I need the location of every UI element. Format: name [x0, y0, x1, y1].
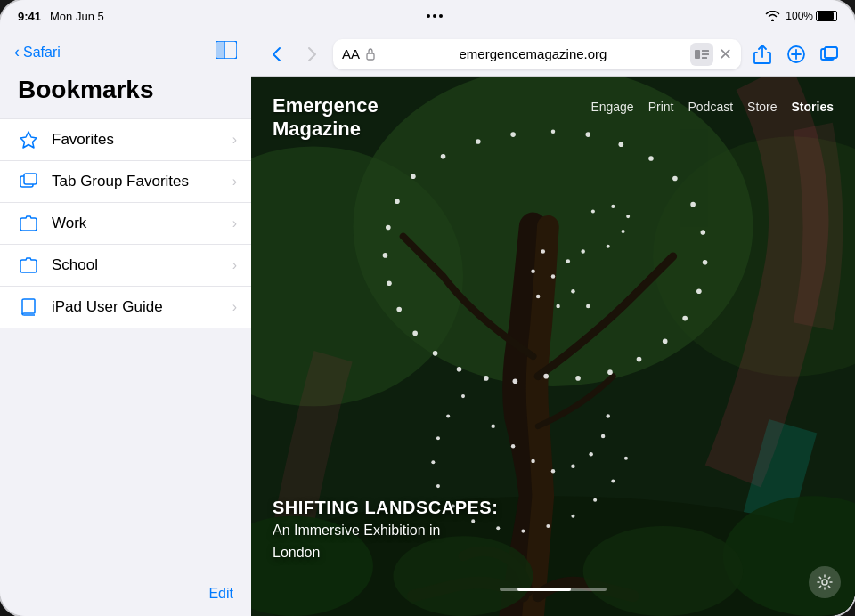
- svg-point-85: [521, 530, 525, 533]
- svg-point-35: [690, 202, 696, 207]
- bookmark-list: Favorites › Tab Group Favorites ›: [0, 118, 251, 571]
- bookmark-item-favorites[interactable]: Favorites ›: [0, 118, 251, 161]
- svg-point-66: [626, 215, 630, 218]
- school-chevron-icon: ›: [232, 257, 237, 273]
- svg-point-50: [556, 304, 559, 308]
- back-chevron-icon: ‹: [14, 43, 20, 61]
- svg-point-72: [551, 469, 555, 473]
- new-tab-button[interactable]: [782, 40, 810, 69]
- svg-point-53: [542, 249, 545, 253]
- svg-rect-8: [702, 50, 709, 52]
- scroll-thumb: [517, 588, 571, 591]
- svg-point-67: [611, 205, 615, 208]
- tab-group-label: Tab Group Favorites: [52, 173, 232, 190]
- svg-point-46: [566, 259, 570, 263]
- svg-point-91: [822, 580, 827, 585]
- sidebar-toggle-icon: [216, 41, 237, 59]
- svg-point-60: [387, 280, 392, 286]
- share-button[interactable]: [748, 40, 777, 69]
- work-chevron-icon: ›: [232, 215, 237, 231]
- svg-point-61: [383, 253, 388, 258]
- work-label: Work: [52, 215, 232, 232]
- dot3: [439, 14, 443, 18]
- nav-stories[interactable]: Stories: [792, 100, 834, 114]
- magazine-title-line1: Emergence: [273, 94, 379, 118]
- status-right: 100%: [765, 10, 837, 22]
- nav-engage[interactable]: Engage: [590, 100, 633, 114]
- svg-point-33: [648, 156, 654, 161]
- svg-point-79: [436, 436, 440, 440]
- svg-point-64: [607, 245, 610, 248]
- svg-point-63: [395, 199, 400, 204]
- back-to-safari[interactable]: ‹ Safari: [14, 43, 61, 61]
- address-bar[interactable]: AA emergencemagazine.org: [333, 39, 741, 69]
- lock-icon: [365, 48, 376, 61]
- svg-point-77: [461, 394, 465, 398]
- nav-store[interactable]: Store: [747, 100, 777, 114]
- svg-point-88: [593, 498, 597, 502]
- magazine-footer: SHIFTING LANDSCAPES: An Immersive Exhibi…: [273, 496, 498, 563]
- tab-group-icon: [18, 171, 39, 192]
- back-label: Safari: [23, 45, 61, 61]
- sidebar: ‹ Safari Bookmarks: [0, 32, 251, 616]
- svg-point-39: [682, 316, 688, 321]
- bookmark-item-school[interactable]: School ›: [0, 245, 251, 287]
- bookmarks-title: Bookmarks: [0, 72, 251, 118]
- svg-rect-0: [216, 41, 224, 59]
- school-folder-icon: [18, 255, 39, 276]
- forward-button[interactable]: [297, 40, 326, 69]
- svg-point-54: [513, 378, 518, 384]
- svg-point-25: [583, 526, 744, 616]
- nav-print[interactable]: Print: [648, 100, 674, 114]
- svg-point-58: [412, 331, 418, 336]
- svg-point-40: [663, 339, 668, 344]
- ipad-guide-label: iPad User Guide: [52, 298, 232, 316]
- svg-point-49: [586, 304, 590, 308]
- bookmark-item-tab-group[interactable]: Tab Group Favorites ›: [0, 161, 251, 203]
- svg-point-51: [536, 295, 540, 298]
- svg-point-43: [575, 376, 581, 381]
- back-button[interactable]: [262, 40, 290, 69]
- status-time: 9:41: [18, 10, 41, 23]
- book-icon: [18, 296, 39, 318]
- edit-button[interactable]: Edit: [208, 586, 233, 602]
- favorites-icon: [18, 129, 39, 150]
- svg-rect-6: [367, 53, 374, 60]
- svg-point-27: [441, 154, 446, 159]
- sidebar-footer: Edit: [0, 571, 251, 616]
- magazine-header: Emergence Magazine Engage Print Podcast …: [251, 77, 855, 142]
- main-area: ‹ Safari Bookmarks: [0, 32, 855, 616]
- reader-view-button[interactable]: [690, 43, 713, 66]
- svg-point-81: [436, 484, 440, 488]
- scroll-indicator: [500, 588, 607, 591]
- reader-mode-aa[interactable]: AA: [342, 46, 360, 61]
- article-subheadline-2: London: [273, 543, 498, 563]
- bookmark-item-work[interactable]: Work ›: [0, 203, 251, 245]
- battery-percent: 100%: [786, 10, 813, 22]
- svg-point-65: [622, 230, 625, 233]
- svg-point-37: [703, 260, 708, 265]
- svg-point-89: [611, 479, 615, 482]
- dot1: [427, 14, 430, 18]
- svg-point-68: [591, 209, 595, 213]
- browser-toolbar: AA emergencemagazine.org: [251, 32, 855, 77]
- svg-rect-15: [825, 47, 837, 58]
- settings-circle-button[interactable]: [809, 566, 841, 598]
- stop-loading-button[interactable]: ✕: [719, 45, 732, 64]
- svg-point-80: [431, 460, 435, 464]
- sidebar-toggle-button[interactable]: [216, 41, 237, 63]
- school-label: School: [52, 256, 232, 274]
- svg-rect-9: [702, 53, 709, 55]
- svg-point-42: [607, 369, 613, 375]
- nav-podcast[interactable]: Podcast: [688, 100, 733, 114]
- svg-point-75: [601, 434, 605, 438]
- tabs-button[interactable]: [816, 40, 844, 69]
- sidebar-nav: ‹ Safari: [0, 32, 251, 72]
- bookmark-item-ipad-guide[interactable]: iPad User Guide ›: [0, 287, 251, 328]
- magazine-title-line2: Magazine: [273, 118, 379, 141]
- svg-point-44: [543, 374, 549, 379]
- svg-point-48: [571, 289, 574, 293]
- svg-point-56: [457, 367, 462, 372]
- svg-point-59: [396, 307, 402, 312]
- article-headline: SHIFTING LANDSCAPES:: [273, 496, 498, 519]
